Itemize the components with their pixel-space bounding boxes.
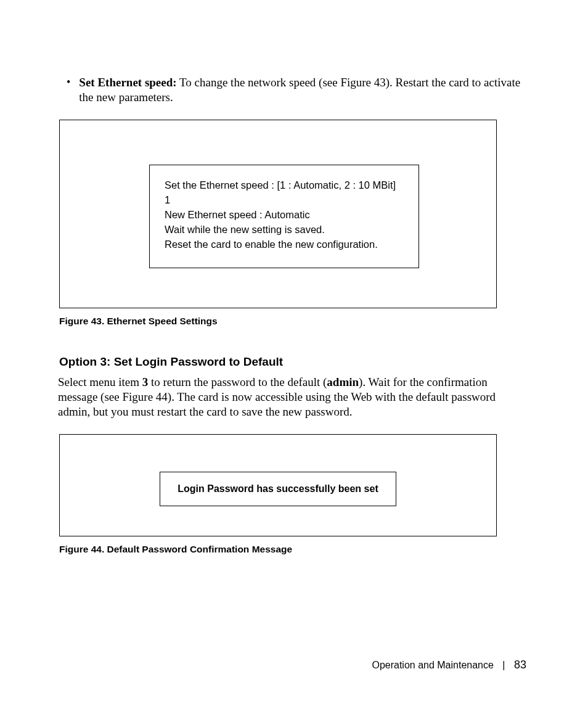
figure-43-caption: Figure 43. Ethernet Speed Settings [59, 316, 529, 327]
content-area: • Set Ethernet speed: To change the netw… [58, 75, 529, 555]
para-bold: admin [327, 376, 359, 388]
para-text: Select menu item [58, 376, 142, 388]
bullet-item: • Set Ethernet speed: To change the netw… [69, 75, 529, 105]
bullet-text: Set Ethernet speed: To change the networ… [79, 75, 529, 105]
terminal-line: 1 [165, 192, 404, 207]
figure-43-box: Set the Ethernet speed : [1 : Automatic,… [59, 120, 497, 308]
footer-section: Operation and Maintenance [372, 660, 493, 670]
para-bold: 3 [142, 376, 149, 388]
terminal-line: New Ethernet speed : Automatic [165, 207, 404, 222]
page-footer: Operation and Maintenance | 83 [372, 659, 526, 671]
terminal-line: Reset the card to enable the new configu… [165, 237, 404, 252]
figure-43-terminal: Set the Ethernet speed : [1 : Automatic,… [149, 165, 419, 268]
figure-44-box: Login Password has successfully been set [59, 434, 497, 536]
bullet-label: Set Ethernet speed: [79, 76, 176, 89]
bullet-dot: • [67, 75, 70, 89]
section-heading: Option 3: Set Login Password to Default [59, 355, 529, 369]
paragraph: Select menu item 3 to return the passwor… [58, 375, 529, 419]
terminal-line: Wait while the new setting is saved. [165, 222, 404, 237]
figure-44-message: Login Password has successfully been set [160, 472, 396, 506]
para-text: to return the password to the default ( [148, 376, 327, 388]
footer-separator: | [502, 660, 505, 670]
figure-44-caption: Figure 44. Default Password Confirmation… [59, 544, 529, 555]
footer-page-number: 83 [514, 659, 526, 671]
document-page: • Set Ethernet speed: To change the netw… [0, 0, 588, 706]
terminal-line: Set the Ethernet speed : [1 : Automatic,… [165, 178, 404, 192]
